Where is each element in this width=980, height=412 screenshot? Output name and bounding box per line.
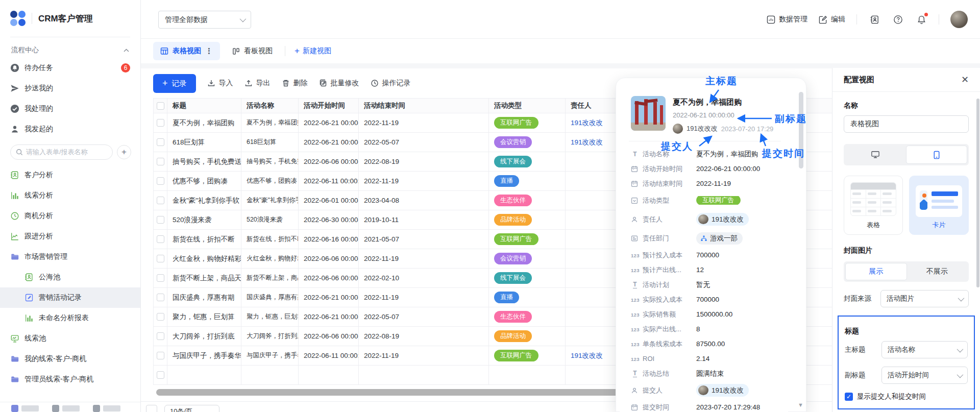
sidebar-item-2[interactable]: 我处理的 [0, 99, 140, 119]
sidebar-menu-item-0[interactable]: 客户分析 [0, 165, 140, 185]
user-avatar[interactable] [950, 11, 968, 28]
new-view-button[interactable]: + 新建视图 [295, 46, 331, 56]
owner-link[interactable]: 191改改改 [571, 138, 603, 147]
idcard-icon [24, 273, 34, 282]
bottom-icon-3[interactable] [93, 405, 100, 412]
cell-type: 品牌活动 [489, 327, 566, 346]
dept-pill[interactable]: 游戏一部 [696, 232, 743, 245]
sidebar-section-process-center[interactable]: 流程中心 [0, 37, 140, 58]
sidebar-item-0[interactable]: 待办任务 6 [0, 58, 140, 78]
config-scrollbar[interactable] [976, 99, 979, 287]
cover-toggle: 展示 不展示 [844, 261, 969, 282]
close-icon[interactable]: ✕ [961, 74, 969, 85]
data-manage-button[interactable]: 数据管理 [767, 15, 807, 24]
user-pill[interactable]: 191改改改 [696, 384, 749, 397]
device-desktop-button[interactable] [845, 146, 906, 164]
sidebar-menu-item-6[interactable]: 营销活动记录 [0, 287, 140, 308]
cover-show-button[interactable]: 展示 [845, 263, 907, 280]
bottom-icon-1[interactable] [11, 405, 18, 412]
row-checkbox[interactable] [157, 197, 164, 204]
cell-title: 与国庆甲子，携手奏华章，欢 [167, 346, 241, 366]
scroll-down-arrow-icon[interactable]: ▼ [798, 402, 803, 408]
tab-more-icon[interactable]: ⋮ [205, 46, 213, 56]
cell-end: 2022-05-07 [359, 307, 489, 327]
add-form-button[interactable]: + [117, 145, 131, 159]
row-checkbox[interactable] [157, 332, 164, 340]
page-size-select[interactable]: 10条/页 [164, 405, 219, 412]
sidebar-menu-item-10[interactable]: 管理员线索-客户-商机 [0, 369, 140, 390]
sidebar-menu-item-2[interactable]: 商机分析 [0, 206, 140, 226]
sidebar-item-1[interactable]: 抄送我的 [0, 78, 140, 99]
card-field-list: T活动名称 夏不为例，幸福团购 活动开始时间 2022-06-21 00:00:… [631, 147, 781, 412]
import-icon [207, 79, 215, 87]
notifications-bell-icon[interactable] [915, 13, 927, 26]
show-submitter-checkbox[interactable]: ✓ [845, 393, 853, 401]
column-header[interactable]: 活动类型 [489, 98, 566, 113]
owner-link[interactable]: 191改改改 [571, 351, 603, 360]
view-type-table-card[interactable]: 表格 [844, 176, 903, 235]
sidebar-menu-item-8[interactable]: 线索池 [0, 328, 140, 349]
operation-log-button[interactable]: 操作记录 [371, 79, 411, 88]
cell-type: 直播 [489, 172, 566, 191]
batch-edit-icon [319, 79, 327, 87]
row-checkbox[interactable] [157, 255, 164, 262]
row-checkbox[interactable] [157, 216, 164, 224]
data-scope-select[interactable]: 管理全部数据 [158, 11, 251, 29]
view-name-input[interactable]: 表格视图 [844, 115, 969, 133]
owner-link[interactable]: 191改改改 [571, 118, 603, 128]
sidebar-menu-item-5[interactable]: 公海池 [0, 267, 140, 287]
row-checkbox[interactable] [157, 352, 164, 359]
tab-kanban-view[interactable]: 看板视图 [225, 42, 280, 60]
row-checkbox[interactable] [157, 371, 164, 379]
number-field-icon: 123 [631, 311, 639, 318]
edit-button[interactable]: 编辑 [819, 15, 845, 24]
cover-source-select[interactable]: 活动图片 [880, 290, 969, 307]
cover-hide-button[interactable]: 不展示 [907, 263, 968, 280]
row-checkbox[interactable] [157, 294, 164, 301]
sidebar-menu-item-7[interactable]: 未命名分析报表 [0, 308, 140, 328]
column-header[interactable]: 标题 [167, 98, 241, 113]
column-header[interactable]: 活动结束时间 [359, 98, 489, 113]
view-type-card-label: 卡片 [910, 221, 968, 230]
section-label: 流程中心 [11, 45, 39, 55]
row-checkbox[interactable] [157, 177, 164, 185]
sidebar-item-3[interactable]: 我发起的 [0, 119, 140, 139]
batch-edit-button[interactable]: 批量修改 [319, 79, 359, 88]
row-checkbox[interactable] [157, 138, 164, 146]
image-icon [920, 190, 927, 210]
contacts-icon[interactable] [868, 13, 880, 26]
delete-button[interactable]: 删除 [282, 79, 308, 88]
card-field-row: 123ROI 2.14 [631, 351, 781, 366]
column-header[interactable]: 活动名称 [241, 98, 299, 113]
user-pill[interactable]: 191改改改 [696, 213, 749, 226]
help-icon[interactable] [892, 13, 904, 26]
row-checkbox[interactable] [157, 313, 164, 321]
page-button[interactable] [146, 405, 157, 412]
column-header[interactable]: 活动开始时间 [299, 98, 359, 113]
sidebar-menu-item-4[interactable]: 市场营销管理 [0, 247, 140, 267]
import-button[interactable]: 导入 [207, 79, 233, 88]
cell-type: 生态伙伴 [489, 307, 566, 327]
pagination-bar: 10条/页 [146, 405, 219, 412]
subtitle-select[interactable]: 活动开始时间 [881, 367, 968, 384]
card-field-row: 提交时间 2023-07-20 17:29:48 [631, 400, 781, 412]
cell-type: 互联网广告 [489, 113, 566, 133]
select-all-checkbox[interactable] [157, 102, 164, 110]
row-checkbox[interactable] [157, 158, 164, 165]
main-title-select[interactable]: 活动名称 [881, 341, 968, 358]
sidebar-menu-item-1[interactable]: 线索分析 [0, 185, 140, 206]
cell-title: 国庆盛典，厚惠有期 [167, 288, 241, 307]
tab-table-view[interactable]: 表格视图 ⋮ [153, 42, 220, 60]
row-checkbox[interactable] [157, 235, 164, 243]
row-checkbox[interactable] [157, 274, 164, 282]
sidebar-menu-item-9[interactable]: 我的线索-客户-商机 [0, 349, 140, 369]
device-mobile-button[interactable] [906, 146, 968, 164]
calendar-field-icon [631, 404, 639, 411]
sidebar-search-input[interactable]: 请输入表单/报表名称 [10, 144, 113, 160]
sidebar-menu-item-3[interactable]: 跟进分析 [0, 226, 140, 247]
row-checkbox[interactable] [157, 119, 164, 127]
view-type-card-card[interactable]: 卡片 [909, 176, 969, 235]
export-button[interactable]: 导出 [244, 79, 271, 88]
bottom-icon-2[interactable] [52, 405, 59, 412]
new-record-button[interactable]: + 记录 [153, 74, 196, 93]
